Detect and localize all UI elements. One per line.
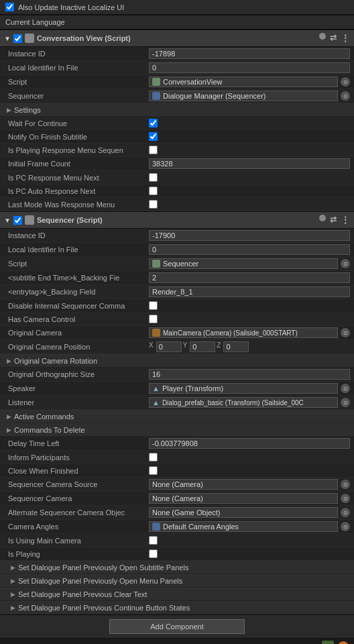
alt-seq-camera-row: Alternate Sequencer Camera Objec None (G…: [0, 506, 354, 520]
listener-row: Listener ▲ Dialog_prefab_basic (Transfor…: [0, 396, 354, 410]
delay-time-label: Delay Time Left: [8, 439, 149, 447]
set-dialogue-continue-item[interactable]: ▶ Set Dialogue Panel Previous Continue B…: [0, 601, 354, 614]
speaker-ref-text: Player (Transform): [162, 384, 223, 392]
alt-seq-camera-label: Alternate Sequencer Camera Objec: [8, 508, 149, 517]
seq-camera-source-circle-btn[interactable]: ⊙: [341, 480, 350, 489]
update-inactive-checkbox[interactable]: [5, 3, 14, 11]
active-commands-subsection[interactable]: ▶ Active Commands: [0, 410, 354, 423]
status-icon: [338, 641, 349, 644]
pc-auto-response-checkbox[interactable]: [149, 186, 158, 195]
seq-script-row: Script Sequencer ⊙: [0, 257, 354, 271]
seq-camera-ref[interactable]: None (Camera): [149, 493, 338, 504]
camera-angles-row: Camera Angles Default Camera Angles ⊙: [0, 520, 354, 534]
sequencer-enabled-checkbox[interactable]: [13, 216, 22, 225]
pc-response-menu-checkbox[interactable]: [149, 173, 158, 182]
set-dialogue-clear-item[interactable]: ▶ Set Dialogue Panel Previous Clear Text: [0, 588, 354, 601]
has-camera-label: Has Camera Control: [8, 315, 149, 323]
cv-sequencer-label: Sequencer: [8, 92, 149, 100]
entrytag-box[interactable]: Render_8_1: [149, 286, 350, 297]
sequencer-refresh-icon[interactable]: ⇄: [330, 215, 337, 225]
inform-participants-checkbox[interactable]: [149, 453, 158, 462]
set-dialogue-menu-item[interactable]: ▶ Set Dialogue Panel Previously Open Men…: [0, 574, 354, 588]
conversation-view-enabled-checkbox[interactable]: [13, 34, 22, 43]
alt-seq-camera-ref[interactable]: None (Game Object): [149, 507, 338, 518]
x-value[interactable]: 0: [156, 341, 182, 352]
is-using-main-camera-checkbox[interactable]: [149, 536, 158, 545]
orig-camera-label: Original Camera: [8, 329, 149, 337]
seq-script-ref-icon: [152, 260, 160, 268]
settings-subsection[interactable]: ▶ Settings: [0, 103, 354, 117]
wait-for-continue-checkbox[interactable]: [149, 119, 158, 127]
cv-script-ref-icon: [152, 78, 160, 86]
notify-finish-checkbox[interactable]: [149, 132, 158, 141]
seq-instance-id-label: Instance ID: [8, 231, 149, 239]
cv-script-ref[interactable]: ConversationView: [149, 76, 338, 87]
commands-to-delete-subsection[interactable]: ▶ Commands To Delete: [0, 423, 354, 437]
pc-auto-response-label: Is PC Auto Response Next: [8, 187, 149, 195]
close-when-finished-value: [149, 466, 350, 475]
last-mode-row: Last Mode Was Response Menu: [0, 198, 354, 211]
has-camera-row: Has Camera Control: [0, 313, 354, 326]
sequencer-script-icon: [25, 215, 34, 225]
inform-participants-label: Inform Participants: [8, 453, 149, 462]
seq-script-circle-btn[interactable]: ⊙: [341, 259, 350, 268]
has-camera-checkbox[interactable]: [149, 315, 158, 323]
orig-camera-circle-btn[interactable]: ⊙: [341, 328, 350, 337]
conversation-view-header[interactable]: ▼ Conversation View (Script) ⇄ ⋮: [0, 30, 354, 47]
alt-seq-camera-circle-btn[interactable]: ⊙: [341, 508, 350, 517]
disable-internal-row: Disable Internal Sequencer Comma: [0, 299, 354, 313]
cv-local-id-row: Local Identifier In File 0: [0, 61, 354, 75]
close-when-finished-checkbox[interactable]: [149, 466, 158, 475]
set-dialogue-continue-label: Set Dialogue Panel Previous Continue But…: [18, 604, 190, 612]
cv-instance-id-box[interactable]: -17898: [149, 48, 350, 59]
speaker-circle-btn[interactable]: ⊙: [341, 384, 350, 393]
last-mode-checkbox[interactable]: [149, 200, 158, 209]
cv-sequencer-ref[interactable]: Dialogue Manager (Sequencer): [149, 91, 338, 101]
orig-ortho-box[interactable]: 16: [149, 369, 350, 380]
set-dialogue-subtitle-item[interactable]: ▶ Set Dialogue Panel Previously Open Sub…: [0, 561, 354, 574]
cv-local-id-box[interactable]: 0: [149, 62, 350, 73]
status-bar: Bake paused in play mode: [0, 638, 354, 644]
cv-script-circle-btn[interactable]: ⊙: [341, 77, 350, 87]
speaker-ref[interactable]: ▲ Player (Transform): [149, 383, 338, 394]
listener-ref[interactable]: ▲ Dialog_prefab_basic (Transform) (Sails…: [149, 397, 338, 408]
delay-time-box[interactable]: -0.003779808: [149, 438, 350, 449]
orig-camera-ref[interactable]: MainCamera (Camera) (Sailside_000START): [149, 327, 338, 338]
seq-script-ref[interactable]: Sequencer: [149, 258, 338, 269]
seq-camera-circle-btn[interactable]: ⊙: [341, 494, 350, 503]
is-playing-response-checkbox[interactable]: [149, 146, 158, 154]
is-playing-checkbox[interactable]: [149, 549, 158, 558]
cv-sequencer-circle-btn[interactable]: ⊙: [341, 91, 350, 101]
seq-camera-value: None (Camera) ⊙: [149, 493, 350, 504]
y-label: Y: [183, 341, 188, 352]
pc-response-menu-value: [149, 173, 350, 182]
seq-local-id-box[interactable]: 0: [149, 244, 350, 255]
initial-frame-value: 38328: [149, 158, 350, 169]
is-playing-row: Is Playing: [0, 547, 354, 561]
set-dialogue-clear-arrow-icon: ▶: [11, 591, 15, 598]
collapse-arrow-icon: ▼: [4, 35, 11, 42]
subtitle-end-time-box[interactable]: 2: [149, 272, 350, 283]
z-label: Z: [217, 341, 221, 352]
pc-response-menu-row: Is PC Response Menu Next: [0, 171, 354, 184]
set-dialogue-menu-label: Set Dialogue Panel Previously Open Menu …: [18, 577, 182, 585]
disable-internal-checkbox[interactable]: [149, 301, 158, 310]
add-component-button[interactable]: Add Component: [109, 619, 245, 634]
seq-instance-id-box[interactable]: -17900: [149, 230, 350, 241]
seq-camera-source-ref[interactable]: None (Camera): [149, 479, 338, 490]
active-commands-arrow-icon: ▶: [7, 413, 11, 420]
listener-circle-btn[interactable]: ⊙: [341, 398, 350, 407]
seq-script-label: Script: [8, 260, 149, 268]
more-options-icon[interactable]: ⋮: [341, 33, 350, 44]
cv-instance-id-row: Instance ID -17898: [0, 47, 354, 61]
sequencer-header[interactable]: ▼ Sequencer (Script) ⇄ ⋮: [0, 211, 354, 229]
orig-camera-rotation-subsection[interactable]: ▶ Original Camera Rotation: [0, 354, 354, 368]
z-value[interactable]: 0: [223, 341, 249, 352]
refresh-icon[interactable]: ⇄: [330, 33, 337, 44]
initial-frame-box[interactable]: 38328: [149, 158, 350, 169]
sequencer-more-options-icon[interactable]: ⋮: [341, 215, 350, 225]
camera-angles-circle-btn[interactable]: ⊙: [341, 522, 350, 531]
is-playing-response-row: Is Playing Response Menu Sequen: [0, 144, 354, 157]
camera-angles-ref[interactable]: Default Camera Angles: [149, 521, 338, 532]
y-value[interactable]: 0: [190, 341, 215, 352]
